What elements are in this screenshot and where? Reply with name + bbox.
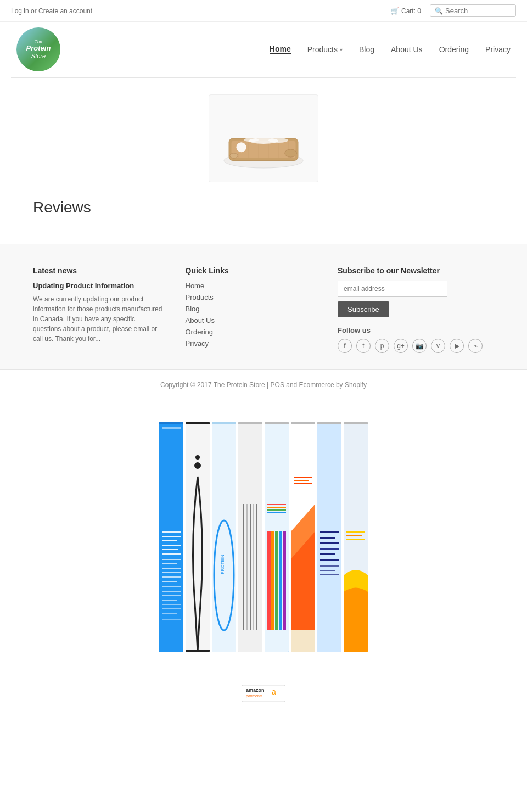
book-item-8[interactable] xyxy=(344,422,368,652)
footer-link-home[interactable]: Home xyxy=(186,282,316,290)
svg-rect-23 xyxy=(162,559,181,560)
svg-rect-43 xyxy=(212,422,236,424)
svg-rect-84 xyxy=(344,422,368,424)
book-item-2[interactable] xyxy=(186,422,210,652)
login-area[interactable]: Log in or Create an account xyxy=(11,7,92,15)
googleplus-icon[interactable]: g+ xyxy=(394,339,408,353)
cart-link[interactable]: 🛒 Cart: 0 xyxy=(391,7,421,15)
svg-point-13 xyxy=(230,153,238,158)
footer-link-about[interactable]: About Us xyxy=(186,316,316,324)
svg-rect-61 xyxy=(267,507,286,508)
login-link[interactable]: Log in xyxy=(11,7,29,15)
book-2-svg xyxy=(186,422,210,652)
logo-circle: The Protein Store xyxy=(16,27,60,71)
amazon-badge[interactable]: amazon payments a xyxy=(242,685,285,703)
news-article-title[interactable]: Updating Product Information xyxy=(33,282,164,290)
rss-icon[interactable]: ⌁ xyxy=(468,339,483,353)
svg-rect-70 xyxy=(294,483,312,484)
pinterest-icon[interactable]: p xyxy=(375,339,389,353)
book-item-4[interactable] xyxy=(238,422,262,652)
nav-home[interactable]: Home xyxy=(270,44,291,54)
svg-rect-55 xyxy=(267,531,271,630)
nav-privacy[interactable]: Privacy xyxy=(485,45,511,54)
nav-about[interactable]: About Us xyxy=(391,45,423,54)
svg-rect-71 xyxy=(291,630,315,652)
nav-products-wrapper[interactable]: Products ▾ xyxy=(307,45,343,54)
book-3-svg: PROTEIN xyxy=(212,422,236,652)
footer-news-col: Latest news Updating Product Information… xyxy=(33,266,164,353)
svg-rect-33 xyxy=(162,604,181,605)
book-4-svg xyxy=(238,422,262,652)
footer: Latest news Updating Product Information… xyxy=(0,244,527,369)
book-item-6[interactable] xyxy=(291,422,315,652)
youtube-icon[interactable]: ▶ xyxy=(450,339,464,353)
svg-rect-34 xyxy=(162,608,181,609)
hero-section xyxy=(0,78,527,193)
svg-text:a: a xyxy=(272,687,276,696)
copyright: Copyright © 2017 The Protein Store | POS… xyxy=(0,369,527,400)
logo-area[interactable]: The Protein Store xyxy=(16,27,60,71)
svg-text:PROTEIN: PROTEIN xyxy=(220,555,225,574)
or-text: or xyxy=(31,7,37,15)
footer-link-ordering[interactable]: Ordering xyxy=(186,328,316,336)
food-svg xyxy=(214,103,313,174)
news-article-text: We are currently updating our product in… xyxy=(33,294,164,344)
search-box[interactable]: 🔍 xyxy=(430,4,516,17)
quick-links-heading: Quick Links xyxy=(186,266,316,275)
svg-rect-65 xyxy=(291,422,315,424)
newsletter-email-input[interactable] xyxy=(338,281,447,297)
svg-rect-74 xyxy=(320,531,339,533)
svg-rect-20 xyxy=(162,545,181,546)
svg-rect-19 xyxy=(162,540,177,541)
follow-us-label: Follow us xyxy=(338,326,494,334)
search-input[interactable] xyxy=(445,7,511,15)
svg-rect-22 xyxy=(162,553,181,555)
book-item-1[interactable] xyxy=(159,422,183,652)
svg-rect-79 xyxy=(320,559,339,561)
site-header: The Protein Store Home Products ▾ Blog A… xyxy=(0,22,527,77)
svg-rect-63 xyxy=(267,512,286,513)
svg-rect-38 xyxy=(186,422,210,424)
svg-rect-36 xyxy=(162,619,181,620)
svg-rect-28 xyxy=(162,581,177,582)
cart-icon: 🛒 xyxy=(391,7,399,15)
svg-rect-25 xyxy=(162,568,181,569)
book-item-7[interactable] xyxy=(317,422,341,652)
top-bar: Log in or Create an account 🛒 Cart: 0 🔍 xyxy=(0,0,527,22)
footer-link-privacy[interactable]: Privacy xyxy=(186,339,316,348)
svg-rect-59 xyxy=(283,531,286,630)
nav-ordering[interactable]: Ordering xyxy=(439,45,469,54)
subscribe-button[interactable]: Subscribe xyxy=(338,301,389,317)
create-account-link[interactable]: Create an account xyxy=(38,7,92,15)
svg-rect-78 xyxy=(320,553,335,555)
svg-point-41 xyxy=(195,455,200,460)
svg-point-14 xyxy=(237,142,246,152)
instagram-icon[interactable]: 📷 xyxy=(412,339,427,353)
svg-rect-47 xyxy=(238,422,262,424)
facebook-icon[interactable]: f xyxy=(338,339,352,353)
footer-newsletter-col: Subscribe to our Newsletter Subscribe Fo… xyxy=(338,266,494,353)
book-item-5[interactable] xyxy=(265,422,289,652)
book-8-svg xyxy=(344,422,368,652)
svg-point-40 xyxy=(194,462,201,469)
book-1-svg xyxy=(159,422,183,652)
logo-protein: Protein xyxy=(26,44,51,53)
svg-rect-18 xyxy=(162,536,181,537)
amazon-section: amazon payments a xyxy=(0,663,527,714)
footer-link-products[interactable]: Products xyxy=(186,293,316,301)
product-image xyxy=(209,94,318,182)
footer-link-blog[interactable]: Blog xyxy=(186,305,316,313)
social-icons-row: f t p g+ 📷 v ▶ ⌁ xyxy=(338,339,494,353)
svg-rect-77 xyxy=(320,548,339,550)
nav-blog[interactable]: Blog xyxy=(359,45,374,54)
nav-products[interactable]: Products xyxy=(307,45,338,54)
svg-rect-68 xyxy=(294,477,312,478)
svg-rect-35 xyxy=(162,613,177,614)
svg-rect-42 xyxy=(212,422,236,652)
svg-rect-54 xyxy=(265,422,289,424)
twitter-icon[interactable]: t xyxy=(356,339,371,353)
svg-rect-73 xyxy=(317,422,341,424)
book-item-3[interactable]: PROTEIN xyxy=(212,422,236,652)
vimeo-icon[interactable]: v xyxy=(431,339,445,353)
svg-text:amazon: amazon xyxy=(246,687,265,693)
